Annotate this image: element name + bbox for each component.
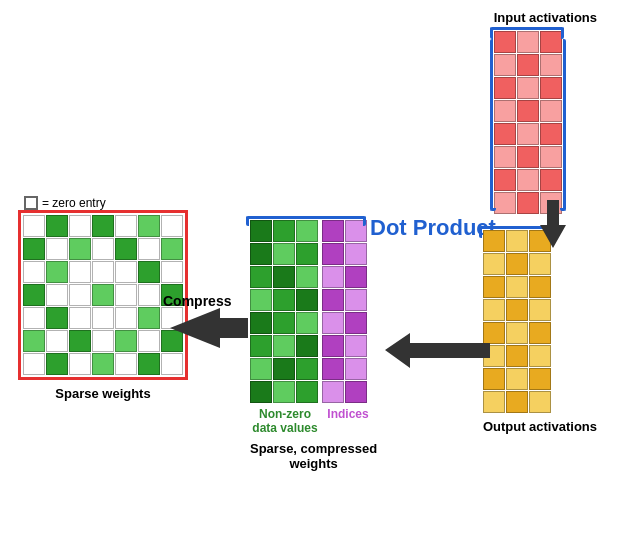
sparse-cell [161,330,183,352]
sparse-cell [92,307,114,329]
output-activations-grid [483,230,551,413]
input-cell [494,169,516,191]
indices-cell [345,289,367,311]
input-cell [540,146,562,168]
input-cell [540,31,562,53]
sparse-cell [115,215,137,237]
sparse-cell [23,307,45,329]
sparse-cell [161,307,183,329]
sparse-cell [69,330,91,352]
sparse-cell [138,284,160,306]
nonzero-cell [296,312,318,334]
nonzero-cell [273,266,295,288]
sparse-cell [92,215,114,237]
indices-cell [345,358,367,380]
nonzero-cell [296,243,318,265]
sparse-cell [23,330,45,352]
output-cell [529,276,551,298]
input-cell [517,100,539,122]
indices-cell [322,335,344,357]
indices-cell [322,289,344,311]
input-activations-section: Input activations [494,10,597,214]
output-cell [529,253,551,275]
nonzero-cell [273,335,295,357]
output-cell [529,391,551,413]
input-cell [517,146,539,168]
indices-cell [345,335,367,357]
indices-cell [322,266,344,288]
sparse-cell [23,353,45,375]
input-cell [494,192,516,214]
indices-sub-label: Indices [324,407,372,435]
sparse-cell [161,261,183,283]
nonzero-cell [296,266,318,288]
sparse-weights-label: Sparse weights [18,386,188,401]
input-cell [540,192,562,214]
output-cell [529,322,551,344]
nonzero-cell [296,335,318,357]
input-cell [494,100,516,122]
compressed-grids [250,220,367,403]
output-cell [529,230,551,252]
nonzero-cell [296,358,318,380]
nonzero-cell [273,243,295,265]
nonzero-cell [273,312,295,334]
sparse-cell [46,261,68,283]
sparse-cell [23,238,45,260]
sparse-cell [46,215,68,237]
input-cell [540,169,562,191]
nonzero-cell [250,381,272,403]
output-cell [529,368,551,390]
indices-cell [345,266,367,288]
output-cell [483,299,505,321]
input-cell [494,123,516,145]
output-cell [483,253,505,275]
output-cell [483,368,505,390]
output-cell [506,299,528,321]
sparse-cell [46,353,68,375]
output-cell [506,345,528,367]
sparse-cell [69,215,91,237]
indices-cell [322,243,344,265]
output-cell [506,391,528,413]
indices-cell [345,381,367,403]
output-cell [483,345,505,367]
nonzero-cell [250,243,272,265]
nonzero-data-grid [250,220,318,403]
input-cell [494,146,516,168]
nonzero-cell [273,289,295,311]
input-cell [517,77,539,99]
sparse-cell [46,330,68,352]
compressed-label: Sparse, compressedweights [250,441,377,471]
input-cell [540,77,562,99]
sparse-cell [46,307,68,329]
indices-cell [345,243,367,265]
output-cell [506,368,528,390]
sparse-cell [23,215,45,237]
output-cell [483,391,505,413]
indices-grid [322,220,367,403]
sparse-cell [115,261,137,283]
nonzero-cell [273,220,295,242]
sparse-cell [23,284,45,306]
sparse-cell [69,353,91,375]
nonzero-cell [273,358,295,380]
sub-labels: Non-zerodata values Indices [250,407,377,435]
output-cell [529,345,551,367]
zero-box-icon [24,196,38,210]
sparse-cell [92,330,114,352]
zero-legend: = zero entry [24,196,106,210]
output-cell [483,322,505,344]
input-cell [517,31,539,53]
sparse-cell [138,215,160,237]
nonzero-cell [296,220,318,242]
output-cell [506,322,528,344]
indices-cell [345,220,367,242]
nonzero-cell [250,358,272,380]
nonzero-cell [296,289,318,311]
sparse-cell [69,307,91,329]
output-activations-section: Output activations [483,230,597,434]
input-cell [517,123,539,145]
sparse-cell [138,238,160,260]
sparse-cell [69,284,91,306]
